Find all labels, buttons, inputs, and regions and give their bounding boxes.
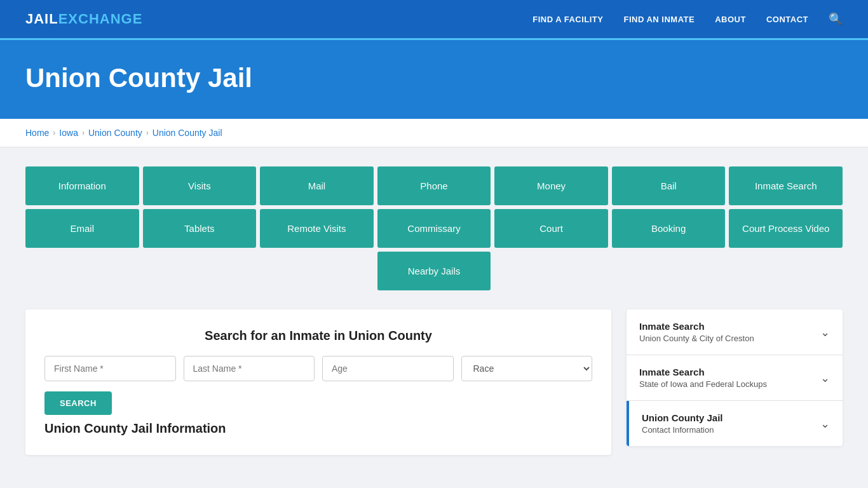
search-panel: Search for an Inmate in Union County Rac… [25,309,611,455]
last-name-input[interactable] [184,356,315,381]
booking-btn[interactable]: Booking [612,209,726,248]
phone-btn[interactable]: Phone [377,166,491,205]
nearby-jails-btn[interactable]: Nearby Jails [377,252,491,290]
first-name-input[interactable] [44,356,176,381]
commissary-btn[interactable]: Commissary [377,209,491,248]
inmate-search-btn[interactable]: Inmate Search [729,166,843,205]
grid-row-3: Nearby Jails [25,252,843,290]
sidebar-panel: Inmate Search Union County & City of Cre… [627,309,843,446]
sidebar-item-3[interactable]: Union County Jail Contact Information ⌄ [627,401,843,446]
info-section: Union County Jail Information [44,421,592,436]
main-content: Information Visits Mail Phone Money Bail… [0,147,868,474]
logo-exchange: EXCHANGE [58,11,143,27]
chevron-down-icon-2: ⌄ [820,371,830,385]
court-btn[interactable]: Court [494,209,608,248]
header-nav: FIND A FACILITY FIND AN INMATE ABOUT CON… [532,12,843,26]
nav-find-facility[interactable]: FIND A FACILITY [532,15,603,24]
grid-row-1: Information Visits Mail Phone Money Bail… [25,166,843,205]
bail-btn[interactable]: Bail [612,166,726,205]
breadcrumb-union-county[interactable]: Union County [88,128,142,138]
chevron-down-icon-3: ⌄ [820,417,830,431]
site-logo[interactable]: JAIL EXCHANGE [25,11,142,27]
logo-jail: JAIL [25,11,58,27]
money-btn[interactable]: Money [494,166,608,205]
breadcrumb-bar: Home › Iowa › Union County › Union Count… [0,119,868,147]
breadcrumb-home[interactable]: Home [25,128,49,138]
info-section-title: Union County Jail Information [44,421,592,436]
chevron-down-icon-1: ⌄ [820,325,830,339]
sidebar-item-3-subtitle: Contact Information [642,425,723,435]
mail-btn[interactable]: Mail [260,166,374,205]
grid-row-2: Email Tablets Remote Visits Commissary C… [25,209,843,248]
nav-contact[interactable]: CONTACT [766,15,808,24]
sidebar-item-3-title: Union County Jail [642,412,723,423]
sidebar-item-2[interactable]: Inmate Search State of Iowa and Federal … [627,355,843,401]
hero-banner: Union County Jail [0,40,868,119]
race-select[interactable]: Race White Black Hispanic Asian Other [461,356,593,381]
content-area: Search for an Inmate in Union County Rac… [25,309,843,455]
court-process-btn[interactable]: Court Process Video [729,209,843,248]
tablets-btn[interactable]: Tablets [143,209,257,248]
age-input[interactable] [322,356,454,381]
sidebar-item-1-subtitle: Union County & City of Creston [639,334,754,343]
breadcrumb: Home › Iowa › Union County › Union Count… [25,128,843,138]
nav-about[interactable]: ABOUT [715,15,746,24]
search-icon-button[interactable]: 🔍 [829,12,843,26]
sidebar-item-1[interactable]: Inmate Search Union County & City of Cre… [627,309,843,355]
nav-find-inmate[interactable]: FIND AN INMATE [623,15,695,24]
site-header: JAIL EXCHANGE FIND A FACILITY FIND AN IN… [0,0,868,38]
email-btn[interactable]: Email [25,209,139,248]
search-title: Search for an Inmate in Union County [44,329,592,343]
breadcrumb-current: Union County Jail [153,128,222,138]
sidebar-item-2-subtitle: State of Iowa and Federal Lockups [639,379,767,389]
sidebar-item-2-title: Inmate Search [639,367,767,377]
breadcrumb-iowa[interactable]: Iowa [59,128,78,138]
page-title: Union County Jail [25,63,843,93]
breadcrumb-sep-2: › [82,128,85,137]
visits-btn[interactable]: Visits [143,166,257,205]
search-form: Race White Black Hispanic Asian Other [44,356,592,381]
info-btn[interactable]: Information [25,166,139,205]
breadcrumb-sep-3: › [146,128,149,137]
remote-visits-btn[interactable]: Remote Visits [260,209,374,248]
breadcrumb-sep-1: › [53,128,55,137]
sidebar-item-1-title: Inmate Search [639,321,754,332]
search-button[interactable]: SEARCH [44,391,112,415]
